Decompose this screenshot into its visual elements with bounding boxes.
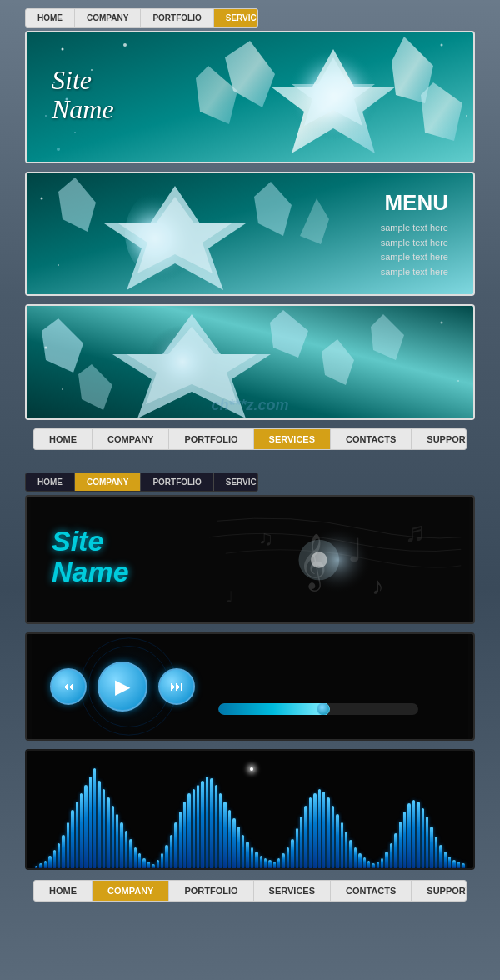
eq-bar	[201, 781, 203, 868]
dark-nav-company[interactable]: COMPANY	[75, 473, 141, 491]
svg-point-37	[62, 388, 63, 390]
eq-bar	[349, 840, 352, 868]
eq-bar	[422, 808, 424, 868]
nav-bottom-home[interactable]: HOME	[34, 429, 92, 449]
banner1-bg: SiteName	[27, 32, 473, 162]
eq-bar	[278, 858, 280, 868]
eq-bar	[120, 822, 122, 868]
dark-bottom-support[interactable]: SUPPORT	[412, 881, 467, 901]
eq-bar	[192, 789, 195, 868]
eq-bar	[368, 861, 370, 868]
dark-nav-services[interactable]: SERVICES	[214, 473, 258, 491]
nav-company[interactable]: COMPANY	[75, 9, 141, 27]
svg-point-8	[62, 48, 64, 51]
eq-bar	[372, 863, 374, 868]
prev-button[interactable]: ⏮	[50, 668, 87, 705]
eq-bar	[444, 852, 447, 868]
play-button[interactable]: ▶	[98, 662, 148, 712]
menu-item-2: sample text here	[381, 236, 448, 251]
eq-bar	[165, 845, 168, 868]
eq-bar	[327, 798, 329, 868]
banner2-bg: MENU sample text here sample text here s…	[27, 173, 473, 294]
eq-bar	[385, 852, 388, 868]
eq-bar	[358, 853, 361, 868]
svg-text:♬: ♬	[404, 517, 426, 548]
eq-bar	[148, 862, 150, 868]
eq-bar	[430, 827, 432, 868]
eq-bar	[206, 777, 208, 868]
eq-bar	[129, 839, 132, 868]
eq-bar	[354, 848, 357, 868]
top-nav-small[interactable]: HOME COMPANY PORTFOLIO SERVICES SUPPORT	[25, 8, 258, 28]
eq-bar	[228, 810, 231, 868]
eq-bar	[282, 853, 284, 868]
bottom-nav-full[interactable]: HOME COMPANY PORTFOLIO SERVICES CONTACTS…	[33, 428, 467, 450]
svg-text:♪: ♪	[372, 572, 384, 599]
svg-point-15	[45, 115, 47, 117]
eq-bar	[67, 822, 69, 868]
eq-bar	[44, 861, 47, 868]
eq-bar	[452, 860, 455, 868]
eq-bar	[197, 785, 199, 868]
eq-bar	[210, 778, 212, 868]
eq-bar	[223, 802, 226, 868]
eq-bar	[377, 862, 379, 868]
eq-bar	[363, 858, 366, 868]
menu-title: MENU	[381, 190, 448, 216]
eq-bar	[332, 806, 334, 868]
dark-bottom-portfolio[interactable]: PORTFOLIO	[169, 881, 253, 901]
eq-bar	[102, 789, 105, 868]
banner3-bg: ch***z.com	[27, 306, 473, 418]
dark-nav-home[interactable]: HOME	[26, 473, 75, 491]
dark-bottom-home[interactable]: HOME	[34, 881, 92, 901]
nav-bottom-support[interactable]: SUPPORT	[412, 429, 467, 449]
prev-icon: ⏮	[62, 679, 75, 694]
eq-bar	[390, 843, 392, 868]
eq-bar	[426, 817, 428, 868]
nav-bottom-portfolio[interactable]: PORTFOLIO	[169, 429, 253, 449]
nav-home[interactable]: HOME	[26, 9, 75, 27]
eq-bar	[48, 856, 51, 868]
nav-bottom-company[interactable]: COMPANY	[92, 429, 169, 449]
eq-bar	[58, 843, 60, 868]
eq-bar	[260, 856, 262, 868]
eq-bar	[125, 831, 128, 868]
eq-bar	[80, 793, 82, 868]
eq-bar	[183, 802, 186, 868]
dark-top-nav[interactable]: HOME COMPANY PORTFOLIO SERVICES SUPPORT	[25, 472, 258, 492]
dark-bottom-company[interactable]: COMPANY	[92, 881, 169, 901]
progress-bar[interactable]	[218, 703, 418, 715]
eq-bar	[232, 818, 235, 868]
svg-point-11	[441, 44, 443, 47]
svg-text:♩: ♩	[348, 532, 362, 568]
player-controls: ⏮ ▶ ⏭	[43, 641, 202, 732]
nav-services[interactable]: SERVICES	[214, 9, 258, 27]
next-button[interactable]: ⏭	[158, 668, 195, 705]
music-player-banner: ⏮ ▶ ⏭ Sound Track 1 Sound Track 2	[25, 632, 475, 741]
eq-bar	[318, 789, 321, 868]
eq-bar	[336, 814, 338, 868]
eq-banner	[25, 749, 475, 870]
dark-bottom-nav[interactable]: HOME COMPANY PORTFOLIO SERVICES CONTACTS…	[33, 880, 467, 902]
star-dot	[250, 768, 253, 771]
progress-knob[interactable]	[317, 703, 330, 715]
nav-bottom-services[interactable]: SERVICES	[254, 429, 331, 449]
section1: HOME COMPANY PORTFOLIO SERVICES SUPPORT	[0, 8, 500, 453]
dark-bottom-contacts[interactable]: CONTACTS	[331, 881, 412, 901]
dark-bottom-services[interactable]: SERVICES	[254, 881, 331, 901]
eq-bar	[142, 858, 145, 868]
svg-point-17	[57, 148, 60, 151]
eq-bar	[264, 858, 267, 868]
nav-bottom-contacts[interactable]: CONTACTS	[331, 429, 412, 449]
nav-portfolio[interactable]: PORTFOLIO	[141, 9, 213, 27]
eq-bar	[435, 837, 438, 868]
eq-bar	[35, 866, 38, 868]
eq-bar	[345, 832, 348, 868]
eq-bar	[76, 802, 78, 868]
next-icon: ⏭	[170, 679, 183, 694]
banner1: SiteName	[25, 31, 475, 163]
progress-fill	[218, 703, 328, 715]
eq-bar	[84, 785, 87, 868]
eq-bar	[448, 857, 451, 868]
dark-nav-portfolio[interactable]: PORTFOLIO	[141, 473, 213, 491]
